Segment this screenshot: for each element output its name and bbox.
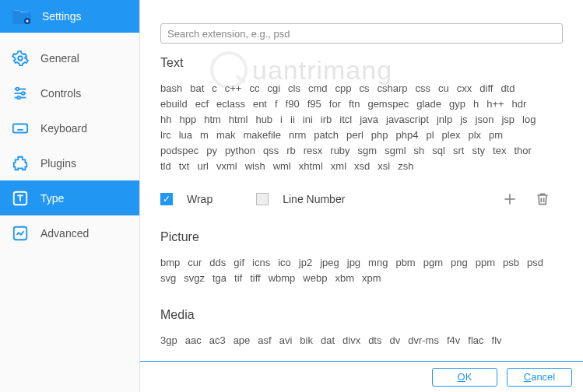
extension-item[interactable]: cc (249, 81, 259, 96)
extension-item[interactable]: xbm (335, 271, 354, 286)
extension-item[interactable]: sh (414, 143, 425, 159)
extension-item[interactable]: lua (179, 128, 192, 143)
extension-item[interactable]: html (229, 112, 248, 128)
extension-item[interactable]: f90 (286, 96, 300, 112)
extension-item[interactable]: cmd (308, 81, 328, 96)
extension-item[interactable]: cur (188, 255, 202, 271)
extension-item[interactable]: sql (432, 143, 445, 159)
extension-item[interactable]: xhtml (299, 159, 323, 174)
sidebar-item-advanced[interactable]: Advanced (0, 215, 139, 250)
cancel-button[interactable]: Cancel (507, 368, 572, 387)
sidebar-item-type[interactable]: Type (0, 180, 139, 215)
extension-item[interactable]: hpp (179, 112, 196, 128)
extension-item[interactable]: tiff (250, 271, 261, 286)
extension-item[interactable]: dv (389, 333, 400, 348)
extension-item[interactable]: for (329, 96, 341, 112)
extension-item[interactable]: bmp (160, 255, 180, 271)
extension-item[interactable]: cls (288, 81, 300, 96)
extension-item[interactable]: xsd (354, 159, 370, 174)
extension-item[interactable]: cgi (267, 81, 280, 96)
extension-item[interactable]: tif (234, 271, 242, 286)
extension-item[interactable]: flac (468, 333, 483, 348)
extension-item[interactable]: dds (209, 255, 226, 271)
extension-item[interactable]: perl (346, 128, 363, 143)
extension-item[interactable]: sgm (358, 143, 378, 159)
extension-item[interactable]: wml (273, 159, 291, 174)
extension-item[interactable]: lrc (160, 128, 171, 143)
extension-item[interactable]: ini (303, 112, 313, 128)
extension-item[interactable]: ape (234, 333, 251, 348)
extension-item[interactable]: pm (489, 128, 503, 143)
extension-item[interactable]: css (416, 81, 431, 96)
extension-item[interactable]: itcl (339, 112, 352, 128)
extension-item[interactable]: pgm (423, 255, 443, 271)
extension-item[interactable]: cs (360, 81, 370, 96)
extension-item[interactable]: mng (368, 255, 388, 271)
extension-item[interactable]: avi (279, 333, 293, 348)
extension-item[interactable]: ecf (195, 96, 209, 112)
extension-item[interactable]: tld (160, 159, 171, 174)
extension-item[interactable]: webp (303, 271, 327, 286)
extension-item[interactable]: bat (190, 81, 204, 96)
extension-item[interactable]: f4v (447, 333, 460, 348)
delete-button[interactable] (533, 190, 552, 208)
extension-item[interactable]: htm (204, 112, 221, 128)
extension-item[interactable]: jsp (501, 112, 515, 128)
extension-item[interactable]: qss (263, 143, 279, 159)
content-scroll[interactable]: uantrimang Text bashbatcc++cccgiclscmdcp… (140, 51, 583, 361)
extension-item[interactable]: podspec (160, 143, 198, 159)
sidebar-item-keyboard[interactable]: Keyboard (0, 110, 139, 145)
extension-item[interactable]: hub (255, 112, 272, 128)
extension-item[interactable]: h (473, 96, 479, 112)
extension-item[interactable]: thor (514, 143, 531, 159)
extension-item[interactable]: sty (472, 143, 485, 159)
extension-item[interactable]: ppm (476, 255, 495, 271)
extension-item[interactable]: divx (342, 333, 360, 348)
extension-item[interactable]: h++ (486, 96, 504, 112)
extension-item[interactable]: f95 (307, 96, 321, 112)
extension-item[interactable]: bash (160, 81, 182, 96)
extension-item[interactable]: dvr-ms (408, 333, 439, 348)
add-button[interactable] (500, 190, 519, 208)
extension-item[interactable]: c (212, 81, 217, 96)
extension-item[interactable]: tex (493, 143, 506, 159)
extension-item[interactable]: aac (185, 333, 202, 348)
extension-item[interactable]: csharp (378, 81, 408, 96)
extension-item[interactable]: resx (304, 143, 323, 159)
extension-item[interactable]: gif (234, 255, 244, 271)
extension-item[interactable]: ebuild (160, 96, 188, 112)
extension-item[interactable]: xml (331, 159, 346, 174)
extension-item[interactable]: c++ (225, 81, 242, 96)
extension-item[interactable]: tga (212, 271, 227, 286)
extension-item[interactable]: py (206, 143, 217, 159)
extension-item[interactable]: f (275, 96, 278, 112)
extension-item[interactable]: jpeg (320, 255, 339, 271)
extension-item[interactable]: dtd (500, 81, 515, 96)
extension-item[interactable]: ruby (330, 143, 349, 159)
wrap-checkbox[interactable] (160, 193, 173, 205)
line-number-checkbox[interactable] (256, 193, 269, 205)
extension-item[interactable]: hh (160, 112, 171, 128)
extension-item[interactable]: irb (321, 112, 332, 128)
extension-item[interactable]: pl (426, 128, 434, 143)
extension-item[interactable]: wbmp (269, 271, 296, 286)
extension-item[interactable]: nrm (289, 128, 306, 143)
extension-item[interactable]: ent (253, 96, 267, 112)
extension-item[interactable]: xsl (378, 159, 390, 174)
extension-item[interactable]: vxml (216, 159, 237, 174)
extension-item[interactable]: js (460, 112, 467, 128)
extension-item[interactable]: txt (179, 159, 190, 174)
extension-item[interactable]: i (280, 112, 283, 128)
extension-item[interactable]: 3gp (160, 333, 177, 348)
extension-item[interactable]: url (197, 159, 208, 174)
extension-item[interactable]: cxx (457, 81, 472, 96)
ok-button[interactable]: OK (432, 368, 497, 387)
extension-item[interactable]: eclass (216, 96, 245, 112)
extension-item[interactable]: psd (527, 255, 543, 271)
extension-item[interactable]: java (360, 112, 378, 128)
extension-item[interactable]: sgml (385, 143, 406, 159)
extension-item[interactable]: json (476, 112, 494, 128)
extension-item[interactable]: cpp (335, 81, 352, 96)
extension-item[interactable]: svg (160, 271, 176, 286)
sidebar-item-plugins[interactable]: Plugins (0, 145, 139, 180)
